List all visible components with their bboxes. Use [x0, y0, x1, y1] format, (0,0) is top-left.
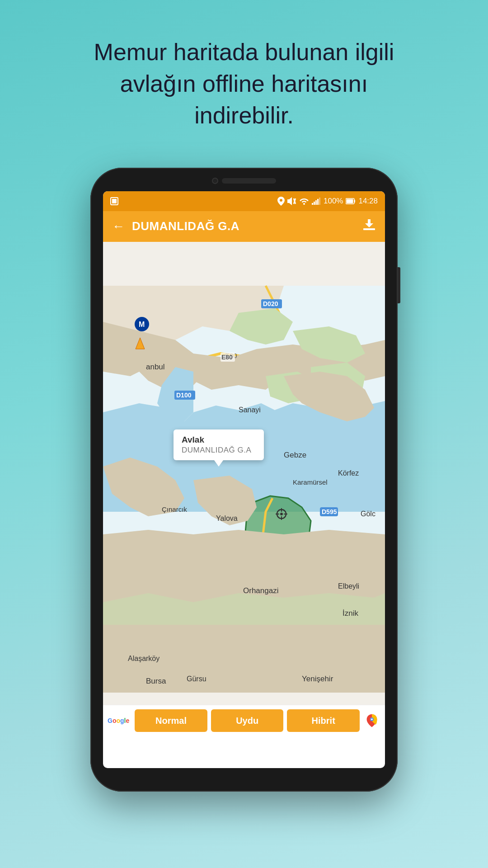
svg-text:Yenişehir: Yenişehir: [302, 675, 333, 683]
status-left: [110, 197, 118, 205]
svg-text:Gölc: Gölc: [361, 510, 375, 518]
svg-text:D595: D595: [322, 508, 337, 515]
svg-rect-6: [315, 200, 317, 205]
battery-percent: 100%: [324, 197, 343, 206]
map-type-tabs: Google Normal Uydu Hibrit: [103, 705, 385, 736]
svg-text:M: M: [139, 321, 145, 328]
svg-text:Gürsu: Gürsu: [187, 675, 206, 683]
svg-rect-11: [347, 199, 353, 203]
svg-text:Elbeyli: Elbeyli: [338, 582, 359, 590]
description-text: Memur haritada bulunan ilgili avlağın of…: [41, 0, 447, 159]
map-container[interactable]: D575 D595 E881 O-33 D160: [103, 242, 385, 736]
svg-point-16: [280, 513, 283, 515]
google-logo: Google: [108, 717, 129, 724]
phone-screen: 100% 14:28 ← DUMANLIDAĞ G.A: [103, 191, 385, 768]
svg-rect-1: [112, 199, 117, 203]
app-toolbar: ← DUMANLIDAĞ G.A: [103, 211, 385, 242]
svg-text:Gebze: Gebze: [284, 451, 306, 459]
svg-text:anbul: anbul: [146, 363, 165, 371]
hybrid-tab-button[interactable]: Hibrit: [287, 709, 360, 732]
svg-text:Karamürsel: Karamürsel: [293, 478, 328, 486]
svg-text:Bursa: Bursa: [146, 677, 166, 685]
map-background: D575 D595 E881 O-33 D160: [103, 242, 385, 736]
svg-text:E80: E80: [221, 354, 233, 361]
svg-rect-10: [354, 200, 355, 203]
svg-text:İznik: İznik: [343, 609, 358, 618]
status-bar: 100% 14:28: [103, 191, 385, 211]
mute-icon: [287, 197, 296, 205]
download-button[interactable]: [362, 218, 376, 234]
battery-icon: [346, 198, 356, 204]
svg-point-61: [371, 718, 373, 720]
map-svg: D575 D595 E881 O-33 D160: [103, 242, 385, 736]
phone-speaker: [222, 178, 276, 184]
svg-rect-8: [319, 198, 320, 205]
front-camera: [212, 178, 218, 184]
volume-button: [398, 267, 400, 303]
svg-text:Yalova: Yalova: [216, 514, 238, 522]
phone-top-bar: [190, 176, 298, 186]
signal-icon: [312, 198, 321, 205]
svg-rect-5: [314, 202, 315, 205]
svg-text:Sanayi: Sanayi: [239, 406, 261, 414]
svg-text:D100: D100: [176, 392, 192, 399]
tooltip-place-name: DUMANLIDAĞ G.A: [182, 446, 256, 455]
satellite-tab-button[interactable]: Uydu: [211, 709, 284, 732]
wifi-icon: [299, 198, 309, 205]
download-icon: [362, 218, 376, 231]
phone-frame: 100% 14:28 ← DUMANLIDAĞ G.A: [90, 168, 398, 792]
tooltip-type-label: Avlak: [182, 435, 256, 445]
svg-rect-12: [363, 228, 375, 230]
top-text-area: Memur haritada bulunan ilgili avlağın of…: [41, 0, 447, 159]
svg-text:Alaşarköy: Alaşarköy: [128, 655, 160, 662]
status-right: 100% 14:28: [277, 197, 378, 206]
svg-rect-7: [317, 199, 319, 205]
svg-text:Körfez: Körfez: [338, 469, 359, 477]
back-button[interactable]: ←: [112, 219, 125, 234]
toolbar-title: DUMANLIDAĞ G.A: [132, 219, 362, 233]
location-icon: [277, 197, 285, 206]
svg-text:Çınarcık: Çınarcık: [162, 505, 187, 513]
normal-tab-button[interactable]: Normal: [135, 709, 207, 732]
map-tooltip[interactable]: Avlak DUMANLIDAĞ G.A: [174, 429, 264, 460]
svg-text:D020: D020: [263, 300, 278, 307]
status-icon: [110, 197, 118, 205]
phone-mockup: 100% 14:28 ← DUMANLIDAĞ G.A: [90, 168, 398, 792]
svg-rect-4: [312, 203, 313, 205]
google-maps-icon: [363, 712, 380, 729]
svg-text:Orhangazi: Orhangazi: [243, 586, 278, 595]
status-time: 14:28: [358, 197, 378, 206]
